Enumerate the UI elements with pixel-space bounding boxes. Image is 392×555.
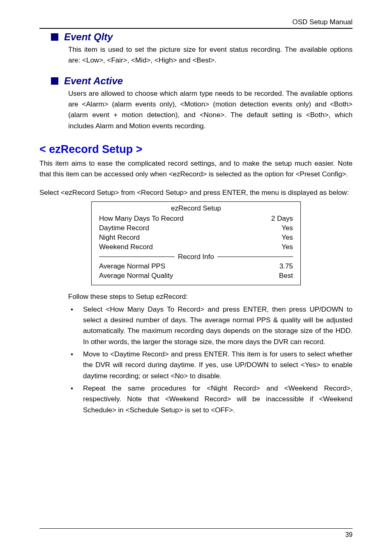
ezrecord-row: Average Normal PPS 3.75 — [99, 262, 293, 271]
ezrecord-row-value: Yes — [281, 243, 293, 252]
list-item-text: Move to <Daytime Record> and press ENTER… — [83, 349, 353, 382]
header-rule — [39, 28, 353, 29]
page-footer: 39 — [39, 528, 353, 539]
ezrecord-row-value: Yes — [281, 224, 293, 233]
steps-list: • Select <How Many Days To Record> and p… — [39, 304, 353, 416]
running-header: OSD Setup Manual — [39, 18, 353, 28]
ezrecord-row-value: Yes — [281, 233, 293, 243]
ezrecord-intro-2: Select <ezRecord Setup> from <Record Set… — [39, 187, 353, 198]
footer-rule — [39, 528, 353, 529]
ezrecord-row-value: 3.75 — [279, 262, 293, 271]
list-item: • Move to <Daytime Record> and press ENT… — [68, 349, 353, 382]
page-number: 39 — [39, 531, 353, 539]
bullet-dot-icon: • — [68, 304, 83, 347]
ezrecord-row: Daytime Record Yes — [99, 224, 293, 233]
square-bullet-icon — [51, 33, 58, 41]
ezrecord-row-label: How Many Days To Record — [99, 214, 184, 224]
ezrecord-row-label: Night Record — [99, 233, 140, 243]
separator-line-icon — [99, 257, 175, 257]
ezrecord-row: Average Normal Quality Best — [99, 271, 293, 281]
ezrecord-row: Weekend Record Yes — [99, 243, 293, 252]
ezrecord-box-title: ezRecord Setup — [99, 204, 293, 213]
ezrecord-row-label: Weekend Record — [99, 243, 153, 252]
ezrecord-box: ezRecord Setup How Many Days To Record 2… — [91, 201, 301, 285]
ezrecord-row: How Many Days To Record 2 Days — [99, 214, 293, 224]
section-title: Event Active — [64, 75, 123, 87]
square-bullet-icon — [51, 77, 58, 85]
section-event-qlty-heading: Event Qlty — [39, 31, 353, 43]
ezrecord-row: Night Record Yes — [99, 233, 293, 243]
ezrecord-box-wrap: ezRecord Setup How Many Days To Record 2… — [39, 201, 353, 285]
list-item-text: Select <How Many Days To Record> and pre… — [83, 304, 353, 347]
ezrecord-separator: Record Info — [99, 253, 293, 261]
bullet-dot-icon: • — [68, 383, 83, 416]
ezrecord-separator-text: Record Info — [175, 253, 217, 261]
list-item-text: Repeat the same procedures for <Night Re… — [83, 383, 353, 416]
list-item: • Repeat the same procedures for <Night … — [68, 383, 353, 416]
follow-steps-label: Follow these steps to Setup ezRecord: — [39, 293, 353, 301]
section-event-qlty-body: This item is used to set the picture siz… — [39, 44, 353, 66]
section-title: Event Qlty — [64, 31, 113, 43]
bullet-dot-icon: • — [68, 349, 83, 382]
section-event-active-heading: Event Active — [39, 75, 353, 87]
separator-line-icon — [217, 257, 293, 257]
list-item: • Select <How Many Days To Record> and p… — [68, 304, 353, 347]
page: OSD Setup Manual Event Qlty This item is… — [0, 0, 392, 555]
ezrecord-row-label: Average Normal PPS — [99, 262, 165, 271]
ezrecord-row-label: Average Normal Quality — [99, 271, 173, 281]
ezrecord-row-label: Daytime Record — [99, 224, 149, 233]
ezrecord-row-value: 2 Days — [271, 214, 293, 224]
ezrecord-row-value: Best — [279, 271, 293, 281]
ezrecord-heading: < ezRecord Setup > — [39, 143, 353, 156]
section-event-active-body: Users are allowed to choose which alarm … — [39, 88, 353, 132]
ezrecord-intro-1: This item aims to ease the complicated r… — [39, 158, 353, 180]
